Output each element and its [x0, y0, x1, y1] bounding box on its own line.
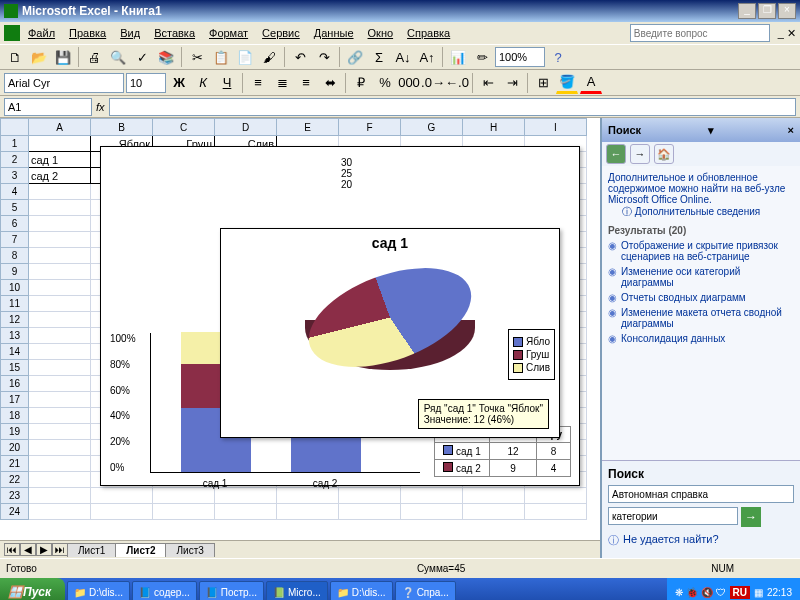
- inc-indent-button[interactable]: ⇥: [501, 72, 523, 94]
- chart-pie[interactable]: сад 1 Ябло Груш Слив Ряд "сад 1" Точка "…: [220, 228, 560, 438]
- italic-button[interactable]: К: [192, 72, 214, 94]
- x-axis-100: сад 1сад 2: [150, 478, 420, 489]
- taskbar-item-5[interactable]: ❔ Спра...: [395, 581, 456, 600]
- font-color-button[interactable]: A: [580, 72, 602, 94]
- taskbar-item-0[interactable]: 📁 D:\dis...: [67, 581, 130, 600]
- dec-indent-button[interactable]: ⇤: [477, 72, 499, 94]
- tab-last[interactable]: ⏭: [52, 543, 68, 556]
- borders-button[interactable]: ⊞: [532, 72, 554, 94]
- new-button[interactable]: 🗋: [4, 46, 26, 68]
- search-input[interactable]: [608, 507, 738, 525]
- copy-button[interactable]: 📋: [210, 46, 232, 68]
- autosum-button[interactable]: Σ: [368, 46, 390, 68]
- menu-data[interactable]: Данные: [308, 25, 360, 41]
- tray-icons[interactable]: ❋ 🐞 🔇 🛡: [675, 587, 725, 598]
- help-link-1[interactable]: ◉Отображение и скрытие привязок сценарие…: [608, 240, 794, 262]
- close-button[interactable]: ×: [778, 3, 796, 19]
- tab-first[interactable]: ⏮: [4, 543, 20, 556]
- align-right-button[interactable]: ≡: [295, 72, 317, 94]
- sort-asc-button[interactable]: A↓: [392, 46, 414, 68]
- percent-button[interactable]: %: [374, 72, 396, 94]
- tab-prev[interactable]: ◀: [20, 543, 36, 556]
- status-num: NUM: [711, 563, 734, 574]
- redo-button[interactable]: ↷: [313, 46, 335, 68]
- help-link-5[interactable]: ◉Консолидация данных: [608, 333, 794, 344]
- formatting-toolbar: Ж К Ч ≡ ≣ ≡ ⬌ ₽ % 000 .0→ ←.0 ⇤ ⇥ ⊞ 🪣 A: [0, 70, 800, 96]
- zoom-select[interactable]: [495, 47, 545, 67]
- system-tray[interactable]: ❋ 🐞 🔇 🛡 RU ▦ 22:13: [667, 578, 800, 600]
- inc-decimal-button[interactable]: .0→: [422, 72, 444, 94]
- align-left-button[interactable]: ≡: [247, 72, 269, 94]
- menu-help[interactable]: Справка: [401, 25, 456, 41]
- hyperlink-button[interactable]: 🔗: [344, 46, 366, 68]
- minimize-button[interactable]: _: [738, 3, 756, 19]
- sheet-tabs: ⏮◀▶⏭ Лист1 Лист2 Лист3: [0, 540, 600, 558]
- open-button[interactable]: 📂: [28, 46, 50, 68]
- sort-desc-button[interactable]: A↑: [416, 46, 438, 68]
- research-button[interactable]: 📚: [155, 46, 177, 68]
- search-go-button[interactable]: →: [741, 507, 761, 527]
- not-found-link[interactable]: ⓘНе удается найти?: [608, 533, 794, 548]
- font-select[interactable]: [4, 73, 124, 93]
- dec-decimal-button[interactable]: ←.0: [446, 72, 468, 94]
- restore-button[interactable]: ❐: [758, 3, 776, 19]
- print-button[interactable]: 🖨: [83, 46, 105, 68]
- sheet-tab-1[interactable]: Лист1: [67, 543, 116, 557]
- start-button[interactable]: 🪟 Пуск: [0, 578, 65, 600]
- help-link-2[interactable]: ◉Изменение оси категорий диаграммы: [608, 266, 794, 288]
- format-painter-button[interactable]: 🖌: [258, 46, 280, 68]
- menu-window[interactable]: Окно: [362, 25, 400, 41]
- undo-button[interactable]: ↶: [289, 46, 311, 68]
- taskpane-header: Поиск ▾ ×: [602, 118, 800, 142]
- nav-back-button[interactable]: ←: [606, 144, 626, 164]
- comma-button[interactable]: 000: [398, 72, 420, 94]
- sheet-tab-3[interactable]: Лист3: [165, 543, 214, 557]
- help-link-4[interactable]: ◉Изменение макета отчета сводной диаграм…: [608, 307, 794, 329]
- window-title: Microsoft Excel - Книга1: [22, 4, 738, 18]
- search-scope-select[interactable]: [608, 485, 794, 503]
- spelling-button[interactable]: ✓: [131, 46, 153, 68]
- app-icon: [4, 25, 20, 41]
- menu-insert[interactable]: Вставка: [148, 25, 201, 41]
- bold-button[interactable]: Ж: [168, 72, 190, 94]
- sheet-tab-2[interactable]: Лист2: [115, 543, 166, 557]
- status-ready: Готово: [6, 563, 37, 574]
- lang-indicator[interactable]: RU: [730, 586, 750, 599]
- nav-home-button[interactable]: 🏠: [654, 144, 674, 164]
- taskbar-item-1[interactable]: 📘 содер...: [132, 581, 197, 600]
- worksheet-area[interactable]: ABCDEFGHI 1ЯблокГрушСлив 2сад 11286 3сад…: [0, 118, 600, 558]
- taskbar-item-2[interactable]: 📘 Постр...: [199, 581, 264, 600]
- ask-question-input[interactable]: [630, 24, 770, 42]
- tab-next[interactable]: ▶: [36, 543, 52, 556]
- taskpane-close[interactable]: ×: [788, 124, 794, 136]
- taskbar-item-4[interactable]: 📁 D:\dis...: [330, 581, 393, 600]
- currency-button[interactable]: ₽: [350, 72, 372, 94]
- cut-button[interactable]: ✂: [186, 46, 208, 68]
- help-button[interactable]: ?: [547, 46, 569, 68]
- menu-edit[interactable]: Правка: [63, 25, 112, 41]
- align-center-button[interactable]: ≣: [271, 72, 293, 94]
- formula-input[interactable]: [109, 98, 796, 116]
- paste-button[interactable]: 📄: [234, 46, 256, 68]
- chart-wizard-button[interactable]: 📊: [447, 46, 469, 68]
- nav-fwd-button[interactable]: →: [630, 144, 650, 164]
- taskpane-dropdown[interactable]: ▾: [708, 124, 714, 137]
- underline-button[interactable]: Ч: [216, 72, 238, 94]
- name-box[interactable]: [4, 98, 92, 116]
- menu-tools[interactable]: Сервис: [256, 25, 306, 41]
- fill-color-button[interactable]: 🪣: [556, 72, 578, 94]
- promo-link[interactable]: ⓘ Дополнительные сведения: [622, 205, 794, 219]
- font-size-select[interactable]: [126, 73, 166, 93]
- results-header: Результаты (20): [608, 225, 794, 236]
- menu-file[interactable]: Файл: [22, 25, 61, 41]
- menu-format[interactable]: Формат: [203, 25, 254, 41]
- promo-text: Дополнительное и обновленное содержимое …: [608, 172, 794, 205]
- taskbar-item-3[interactable]: 📗 Micro...: [266, 581, 328, 600]
- save-button[interactable]: 💾: [52, 46, 74, 68]
- help-link-3[interactable]: ◉Отчеты сводных диаграмм: [608, 292, 794, 303]
- merge-button[interactable]: ⬌: [319, 72, 341, 94]
- preview-button[interactable]: 🔍: [107, 46, 129, 68]
- tray-more[interactable]: ▦: [754, 587, 763, 598]
- menu-view[interactable]: Вид: [114, 25, 146, 41]
- drawing-button[interactable]: ✏: [471, 46, 493, 68]
